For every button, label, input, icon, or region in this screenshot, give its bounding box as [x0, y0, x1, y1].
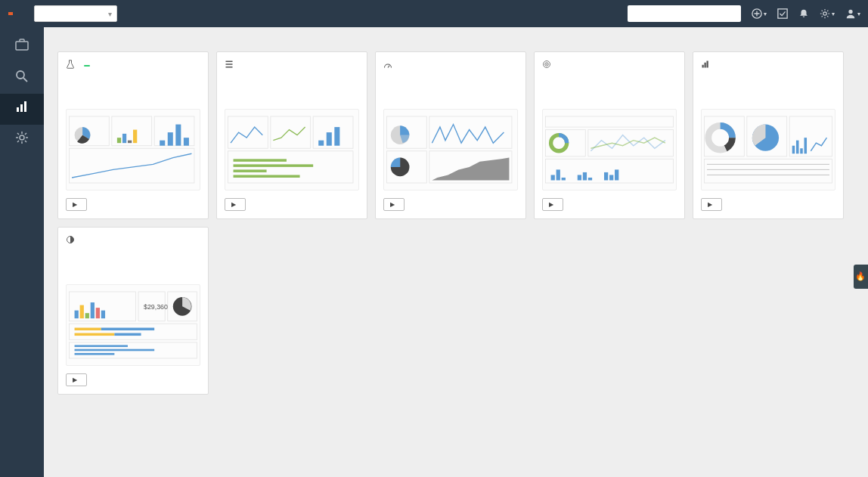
svg-rect-30	[234, 159, 287, 162]
svg-rect-22	[70, 148, 194, 183]
svg-rect-77	[75, 311, 79, 319]
search-icon	[0, 69, 44, 86]
svg-rect-19	[168, 132, 173, 146]
card-description	[66, 252, 200, 278]
svg-rect-20	[175, 125, 181, 146]
svg-rect-82	[101, 311, 105, 319]
svg-rect-67	[800, 148, 803, 153]
svg-rect-24	[271, 116, 311, 148]
svg-point-9	[20, 135, 24, 140]
fire-icon: 🔥	[856, 271, 866, 280]
svg-rect-93	[75, 353, 115, 355]
svg-rect-29	[228, 151, 353, 183]
sidebar-item-settings[interactable]	[0, 125, 44, 156]
svg-rect-88	[75, 333, 115, 336]
svg-rect-33	[234, 175, 300, 178]
brand-box	[8, 12, 13, 15]
run-button[interactable]	[383, 198, 405, 211]
card-description	[542, 77, 677, 103]
report-card-team-performance	[216, 51, 367, 219]
briefcase-icon	[0, 38, 44, 55]
new-badge	[84, 65, 90, 67]
add-menu[interactable]: ▾	[752, 8, 767, 19]
svg-rect-91	[75, 345, 128, 347]
svg-rect-85	[70, 324, 197, 339]
report-card-client-report	[693, 51, 844, 219]
run-button[interactable]	[542, 198, 563, 211]
card-preview	[225, 109, 359, 190]
svg-point-2	[823, 12, 826, 15]
svg-rect-78	[80, 305, 84, 319]
report-card-management-report	[375, 51, 526, 219]
settings-menu[interactable]: ▾	[820, 8, 835, 19]
svg-rect-31	[234, 164, 314, 167]
svg-point-3	[848, 10, 852, 14]
svg-text:$29,360: $29,360	[144, 303, 168, 311]
run-button[interactable]	[66, 373, 87, 386]
svg-rect-14	[117, 138, 121, 143]
notifications-icon[interactable]	[798, 8, 809, 19]
svg-rect-49	[556, 169, 560, 180]
svg-rect-26	[318, 141, 324, 146]
sidebar-item-reports[interactable]	[0, 94, 44, 125]
svg-rect-4	[16, 42, 28, 50]
report-card-segment-ab	[534, 51, 685, 219]
svg-rect-86	[75, 328, 101, 331]
svg-rect-32	[234, 169, 267, 172]
svg-rect-23	[228, 116, 268, 148]
svg-rect-80	[91, 302, 95, 318]
svg-point-42	[546, 63, 547, 65]
list-icon	[225, 60, 234, 71]
target-icon	[542, 60, 551, 71]
checkbox-icon	[777, 8, 788, 19]
card-description	[66, 77, 200, 103]
search-input[interactable]	[628, 5, 741, 22]
flask-icon	[66, 60, 75, 71]
svg-rect-65	[792, 146, 795, 154]
svg-rect-89	[114, 333, 141, 336]
brand-logo[interactable]	[8, 12, 13, 15]
project-selector[interactable]	[34, 5, 117, 22]
user-menu[interactable]: ▾	[845, 8, 860, 19]
svg-rect-8	[24, 101, 26, 112]
card-preview	[66, 109, 200, 190]
svg-rect-53	[588, 178, 592, 181]
run-button[interactable]	[701, 198, 722, 211]
svg-rect-1	[778, 9, 787, 18]
user-icon	[845, 8, 856, 19]
svg-rect-16	[128, 141, 132, 144]
svg-point-5	[17, 71, 24, 79]
card-preview	[542, 109, 677, 190]
tasks-icon[interactable]	[777, 8, 788, 19]
svg-rect-17	[133, 130, 137, 144]
help-tab[interactable]: 🔥	[854, 265, 868, 289]
card-preview	[383, 109, 518, 190]
report-card-campaign-performance	[57, 51, 209, 219]
dashboard-icon	[383, 60, 392, 71]
svg-rect-27	[327, 132, 332, 146]
contrast-icon	[66, 235, 75, 246]
svg-rect-43	[546, 116, 674, 127]
card-preview: $29,360	[66, 284, 200, 366]
plus-circle-icon	[752, 8, 762, 19]
card-description	[383, 77, 518, 103]
run-button[interactable]	[66, 198, 87, 211]
svg-rect-66	[796, 141, 799, 154]
bell-icon	[798, 8, 809, 19]
sidebar-item-opportunity-search[interactable]	[0, 63, 44, 94]
svg-rect-15	[122, 134, 126, 143]
svg-rect-48	[551, 175, 555, 180]
sidebar-item-projects[interactable]	[0, 32, 44, 63]
svg-rect-21	[184, 138, 189, 146]
svg-rect-59	[707, 61, 708, 68]
svg-rect-7	[20, 104, 23, 112]
svg-rect-6	[17, 107, 19, 112]
svg-rect-58	[705, 63, 706, 68]
run-button[interactable]	[225, 198, 246, 211]
svg-rect-18	[160, 141, 165, 146]
svg-rect-28	[334, 127, 339, 146]
card-description	[701, 77, 835, 103]
report-card-custom-field: $29,360	[57, 227, 209, 395]
bar-chart-icon	[701, 60, 710, 71]
svg-rect-81	[96, 308, 100, 318]
